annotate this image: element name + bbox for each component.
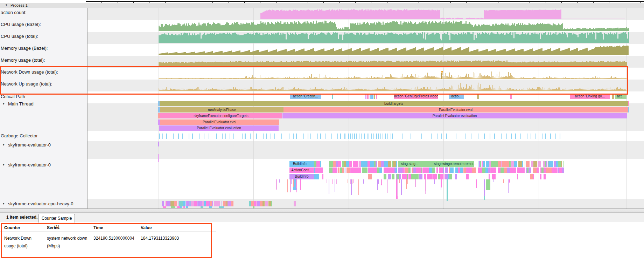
gc-tick[interactable]: [550, 134, 551, 139]
evaluator-slice[interactable]: [329, 161, 333, 167]
evaluator-slice[interactable]: [516, 161, 517, 167]
evaluator-slice[interactable]: [507, 167, 510, 173]
critical-path-slice[interactable]: [510, 94, 512, 99]
evaluator-labeled-slice[interactable]: BuildInfo: [289, 174, 314, 179]
evaluator-slice[interactable]: [447, 179, 448, 201]
gc-tick[interactable]: [471, 134, 471, 139]
cpu-heavy-slice[interactable]: [265, 201, 268, 206]
evaluator-slice[interactable]: [482, 161, 483, 167]
sidebar-item-skyframe-evaluator-0[interactable]: ▾skyframe-evaluator-0: [0, 142, 87, 148]
evaluator-slice[interactable]: [552, 161, 553, 167]
evaluator-slice[interactable]: [329, 167, 332, 173]
counter-chart-cpu-usage-total-[interactable]: [0, 32, 644, 44]
gc-tick[interactable]: [402, 134, 403, 139]
gc-tick[interactable]: [189, 134, 189, 139]
evaluator-slice[interactable]: [515, 167, 516, 173]
evaluator-slice[interactable]: [517, 174, 518, 179]
cpu-heavy-slice[interactable]: [183, 201, 185, 206]
collapse-arrow-icon[interactable]: ▾: [6, 3, 7, 7]
evaluator-slice[interactable]: [388, 161, 391, 167]
gc-tick[interactable]: [182, 134, 183, 139]
collapse-arrow-icon[interactable]: ▾: [3, 143, 5, 146]
main-thread-slice[interactable]: buildTargets: [160, 101, 628, 106]
evaluator-slice[interactable]: [318, 167, 322, 173]
evaluator-slice[interactable]: [466, 174, 469, 179]
gc-tick[interactable]: [348, 134, 349, 139]
gc-tick[interactable]: [325, 134, 326, 139]
cpu-heavy-slice[interactable]: [201, 206, 203, 208]
evaluator-slice[interactable]: [416, 167, 419, 173]
gc-tick[interactable]: [216, 134, 217, 139]
evaluator-slice[interactable]: [408, 174, 411, 179]
gc-tick[interactable]: [245, 134, 246, 139]
gc-tick[interactable]: [178, 134, 179, 139]
evaluator-slice[interactable]: [455, 174, 457, 179]
gc-tick[interactable]: [380, 134, 381, 139]
gc-tick[interactable]: [271, 134, 271, 139]
evaluator-slice[interactable]: [368, 161, 370, 167]
evaluator-slice[interactable]: [478, 161, 478, 167]
evaluator-slice[interactable]: [540, 174, 541, 179]
gc-tick[interactable]: [337, 134, 338, 139]
evaluator-slice[interactable]: [376, 161, 377, 167]
cpu-heavy-slice[interactable]: [257, 201, 260, 206]
evaluator-slice[interactable]: [353, 161, 355, 167]
evaluator-slice[interactable]: [361, 161, 364, 167]
gc-tick[interactable]: [367, 134, 368, 139]
gc-tick[interactable]: [515, 134, 516, 139]
counter-chart-network-up-usage-total-[interactable]: [0, 80, 644, 91]
sidebar-item-critical-path[interactable]: Critical Path: [0, 94, 87, 100]
evaluator-slice[interactable]: [498, 161, 501, 167]
evaluator-slice[interactable]: [472, 167, 476, 173]
gc-tick[interactable]: [371, 134, 372, 139]
cpu-heavy-slice[interactable]: [260, 201, 262, 206]
critical-path-slice[interactable]: [376, 94, 377, 99]
critical-path-slice[interactable]: action 'GenObjcProtos video/...: [394, 94, 438, 99]
evaluator-slice[interactable]: [546, 167, 549, 173]
evaluator-slice[interactable]: [480, 161, 481, 167]
evaluator-slice[interactable]: [489, 174, 490, 179]
evaluator-slice[interactable]: [362, 167, 366, 173]
gc-tick[interactable]: [531, 134, 531, 139]
gc-tick[interactable]: [506, 134, 507, 139]
evaluator-slice[interactable]: [405, 167, 408, 173]
evaluator-labeled-slice[interactable]: ActionConti...: [289, 167, 314, 173]
cpu-heavy-slice[interactable]: [177, 206, 180, 208]
cpu-heavy-slice[interactable]: [262, 201, 265, 206]
evaluator-slice[interactable]: [504, 167, 507, 173]
cpu-heavy-slice[interactable]: [217, 201, 220, 206]
cpu-heavy-slice[interactable]: [163, 206, 166, 208]
cpu-heavy-slice[interactable]: [167, 201, 170, 206]
critical-path-slice[interactable]: actio...: [449, 94, 464, 99]
tab-counter-sample[interactable]: Counter Sample (1): [38, 214, 75, 223]
sidebar-item-garbage-collector[interactable]: Garbage Collector: [0, 133, 87, 139]
evaluator-slice[interactable]: [492, 167, 494, 173]
gc-tick[interactable]: [293, 134, 294, 139]
evaluator-slice[interactable]: [479, 167, 482, 173]
gc-tick[interactable]: [378, 134, 379, 139]
cpu-heavy-slice[interactable]: [231, 201, 233, 206]
gc-tick[interactable]: [387, 134, 388, 139]
cpu-heavy-slice[interactable]: [271, 201, 272, 206]
gc-tick[interactable]: [263, 134, 264, 139]
main-thread-slice[interactable]: [628, 101, 629, 106]
gc-tick[interactable]: [256, 134, 257, 139]
evaluator-slice[interactable]: [537, 167, 539, 173]
evaluator-slice[interactable]: [320, 161, 321, 167]
evaluator-slice[interactable]: [392, 174, 394, 179]
gc-tick[interactable]: [359, 134, 359, 139]
counter-chart-memory-usage-total-[interactable]: [0, 56, 644, 68]
gc-tick[interactable]: [230, 134, 230, 139]
evaluator-slice[interactable]: [421, 167, 422, 173]
evaluator-slice[interactable]: [436, 167, 438, 173]
gc-tick[interactable]: [192, 134, 193, 139]
evaluator-labeled-slice[interactable]: BuildInfo ...: [289, 161, 314, 167]
evaluator-slice[interactable]: [384, 161, 388, 167]
critical-path-slice[interactable]: [370, 94, 371, 99]
evaluator-slice[interactable]: [351, 167, 355, 173]
gc-tick[interactable]: [281, 134, 282, 139]
evaluator-slice[interactable]: [544, 174, 546, 179]
evaluator-slice[interactable]: [531, 161, 533, 167]
evaluator-slice[interactable]: [509, 161, 511, 167]
evaluator-slice[interactable]: [373, 167, 376, 173]
